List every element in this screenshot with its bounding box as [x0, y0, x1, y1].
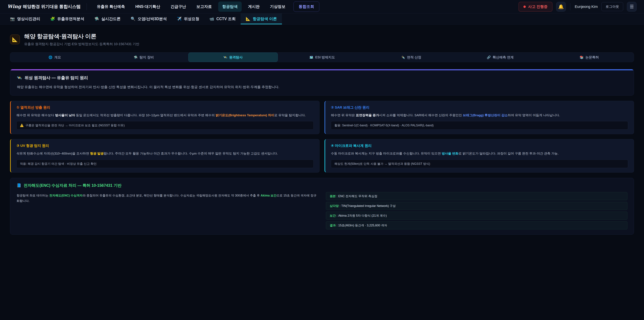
- subtab-aerial-search-theory[interactable]: 📐 항공탐색 이론: [241, 14, 282, 24]
- tab-esi-map[interactable]: 🗺️ ESI 방제지도: [278, 53, 367, 62]
- flying-saucer-icon: 🛸: [94, 17, 99, 21]
- books-icon: 📚: [580, 55, 584, 59]
- card-note: 해상도 한계(50km)로 단독 사용 불가 → 열적외선과 융합 (NGSST…: [331, 160, 628, 168]
- card-thermal-infrared: ① 열적외선 방출 원리 해수면 위 유막은 해수보다 방사율이 낮아 동일 온…: [10, 101, 320, 134]
- nav-item-integrated-search[interactable]: 통합조회: [294, 2, 319, 12]
- camera-icon: 📷: [10, 17, 15, 21]
- topbar-right-cluster: 사고 진행중 🔔 Eunjeong Kim 로그아웃 ☰: [518, 2, 636, 12]
- card-note-text: 활용: Sentinel-1(C-band) · KOMPSAT-5(X-ban…: [334, 123, 434, 127]
- enc-row-tin: 삼각망 : TIN(Triangulated Irregular Network…: [326, 202, 628, 210]
- nav-item-hns-atmosphere[interactable]: HNS·대기확산: [131, 2, 164, 12]
- notification-bell-button[interactable]: 🔔: [556, 2, 566, 12]
- section-inner: 🛰️ 위성 원격탐사 — 유출유 탐지 원리 해양 유출유는 해수면에 유막을 …: [10, 70, 634, 95]
- enc-row-separator: :: [336, 194, 338, 198]
- card-note-text: 구름은 열적외선을 완전 차단 → 마이크로파 보조 필요 (NGSST 융합 …: [25, 123, 124, 127]
- enc-row-interpolation: 보간 : Akima 2차원 5차 다항식 (21개 계수): [326, 212, 628, 220]
- enc-row-separator: :: [339, 204, 341, 208]
- link-icon: 🔗: [487, 55, 491, 59]
- book-icon: 📘: [16, 183, 21, 188]
- page-subtitle: 유출유 원격탐지·항공감시 기법·ESI 방제정보지도·등록특허 10-1567…: [24, 42, 139, 46]
- card-microwave-radiometer: ④ 마이크로파 복사계 원리 수동 마이크로파 복사계는 지구 방출 마이크로파…: [324, 139, 634, 172]
- tab-papers-patents[interactable]: 📚 논문특허: [545, 53, 634, 62]
- bell-icon: 🔔: [558, 4, 564, 10]
- enc-row-text: TIN(Triangulated Irregular Network) 구성: [341, 204, 396, 208]
- satellite-icon: 🛰️: [17, 76, 22, 80]
- tab-detection-equipment[interactable]: 🛸 탐지 장비: [99, 53, 188, 62]
- card-title: ④ 마이크로파 복사계 원리: [331, 143, 628, 148]
- flying-saucer-icon: 🛸: [134, 55, 138, 59]
- subtab-satellite-request[interactable]: ✈️ 위성요청: [172, 14, 204, 24]
- enc-row-separator: :: [336, 224, 338, 227]
- subtab-realtime-drone[interactable]: 🛸 실시간드론: [89, 14, 126, 24]
- map-icon: 🗺️: [310, 55, 314, 59]
- subtab-label: 오염/선박3D분석: [138, 16, 167, 22]
- enc-section-title: 전자해도(ENC) 수심자료 처리 — 특허 10-1567431 기반: [24, 183, 122, 188]
- satellite-icon: 🛰️: [224, 55, 228, 59]
- card-body: 해수면 위 유막은 표면장력을 증가시켜 소파를 억제합니다. SAR에서 해수…: [331, 113, 628, 118]
- puzzle-icon: 🧩: [50, 17, 55, 21]
- card-note-text: 해상도 한계(50km)로 단독 사용 불가 → 열적외선과 융합 (NGSST…: [334, 162, 430, 166]
- enc-bathymetry-section: 📘 전자해도(ENC) 수심자료 처리 — 특허 10-1567431 기반 항…: [10, 178, 634, 235]
- card-uv-fluorescence: ③ UV 형광 탐지 원리 석유계 탄화수소에 자외선(310~400nm)을 …: [10, 139, 320, 172]
- card-title: ② SAR 브래그 산란 원리: [331, 105, 628, 110]
- section-title: 위성 원격탐사 — 유출유 탐지 원리: [24, 75, 88, 81]
- tab-label: 원격탐사: [229, 55, 243, 60]
- subtab-pollution-ship-3d[interactable]: 🔍 오염/선박3D분석: [126, 14, 172, 24]
- enc-row-text: Akima 2차원 5차 다항식 (21개 계수): [338, 214, 387, 217]
- enc-row-separator: :: [336, 214, 338, 217]
- tab-label: ESI 방제지도: [315, 55, 335, 60]
- tab-label: 탐지 장비: [140, 55, 154, 60]
- card-body: 석유계 탄화수소에 자외선(310~400nm)을 조사하면 형광 발광합니다.…: [16, 151, 314, 156]
- globe-icon: 🌐: [48, 55, 52, 59]
- remote-sensing-principle-section: 🛰️ 위성 원격탐사 — 유출유 탐지 원리 해양 유출유는 해수면에 유막을 …: [10, 69, 634, 96]
- tab-remote-sensing[interactable]: 🛰️ 원격탐사: [188, 53, 278, 62]
- enc-body-text: 항공탐색 좌표 데이터는 전자해도(ENC) 수심격자와 중첩되어 유출유의 수…: [16, 192, 318, 204]
- card-note: ⚠️ 구름은 열적외선을 완전 차단 → 마이크로파 보조 필요 (NGSST …: [16, 121, 314, 130]
- enc-row-label: 삼각망: [330, 204, 339, 208]
- video-camera-icon: 📹: [209, 17, 214, 21]
- section-tabs: 🌐 개요 🛸 탐지 장비 🛰️ 원격탐사 🗺️ ESI 방제지도 ✒️ 면적 산…: [10, 52, 634, 62]
- enc-title-row: 📘 전자해도(ENC) 수심자료 처리 — 특허 10-1567431 기반: [16, 183, 628, 188]
- card-note: 적용: 해경 감시 항공기 야간 탐색 · 비정상 유출 신고 확인: [16, 160, 314, 168]
- subtab-oil-area-analysis[interactable]: 🧩 유출유면적분석: [45, 14, 90, 24]
- enc-row-source: 원본 : ENC 전자해도 무작위 측심점: [326, 192, 628, 200]
- nav-item-oil-spill-forecast[interactable]: 유출유 확산예측: [93, 2, 129, 12]
- enc-row-text: ENC 전자해도 무작위 측심점: [338, 194, 377, 198]
- card-body: 해수면 위 유막은 해수보다 방사율이 낮아 동일 온도에서도 적외선 방출량이…: [16, 113, 314, 118]
- card-note-text: 적용: 해경 감시 항공기 야간 탐색 · 비정상 유출 신고 확인: [20, 162, 96, 166]
- card-sar-bragg: ② SAR 브래그 산란 원리 해수면 위 유막은 표면장력을 증가시켜 소파를…: [324, 101, 634, 134]
- triangle-ruler-icon: 📐: [246, 17, 250, 21]
- hamburger-menu-button[interactable]: ☰: [627, 2, 636, 12]
- nav-item-board[interactable]: 게시판: [244, 2, 264, 12]
- enc-row-label: 결과: [330, 224, 336, 227]
- card-note: 활용: Sentinel-1(C-band) · KOMPSAT-5(X-ban…: [331, 121, 628, 130]
- subtab-label: 항공탐색 이론: [253, 16, 277, 22]
- nav-item-emergency-rescue[interactable]: 긴급구난: [166, 2, 190, 12]
- section-body: 해양 유출유는 해수면에 유막을 형성하여 전자기파 반사·방출·산란 특성을 …: [17, 84, 627, 90]
- logout-button[interactable]: 로그아웃: [602, 2, 623, 11]
- principle-cards-grid: ① 열적외선 방출 원리 해수면 위 유막은 해수보다 방사율이 낮아 동일 온…: [10, 101, 634, 172]
- enc-process-rows: 원본 : ENC 전자해도 무작위 측심점 삼각망 : TIN(Triangul…: [326, 192, 628, 229]
- tab-label: 개요: [54, 55, 61, 60]
- user-name: Eunjeong Kim: [575, 5, 598, 9]
- airplane-icon: ✈️: [177, 17, 182, 21]
- tab-area-calculation[interactable]: ✒️ 면적 산정: [366, 53, 456, 62]
- tab-overview[interactable]: 🌐 개요: [10, 53, 99, 62]
- subtab-label: 실시간드론: [101, 16, 120, 22]
- incident-status-badge[interactable]: 사고 진행중: [518, 2, 552, 12]
- subtab-image-photo-management[interactable]: 📷 영상사진관리: [5, 14, 45, 24]
- nav-item-weather-info[interactable]: 기상정보: [266, 2, 290, 12]
- subtab-label: 영상사진관리: [17, 16, 40, 22]
- logo-wing-icon: Wing: [8, 4, 21, 9]
- subtab-cctv-view[interactable]: 📹 CCTV 조회: [204, 14, 241, 24]
- enc-content: 항공탐색 좌표 데이터는 전자해도(ENC) 수심격자와 중첩되어 유출유의 수…: [16, 192, 628, 229]
- page-title-block: 해양 항공탐색·원격탐사 이론 유출유 원격탐지·항공감시 기법·ESI 방제정…: [24, 33, 139, 46]
- nav-item-aerial-search[interactable]: 항공탐색: [218, 2, 242, 12]
- app-title: 해양환경 위기대응 통합시스템: [23, 4, 81, 10]
- pen-icon: ✒️: [401, 55, 405, 59]
- warning-icon: ⚠️: [20, 124, 24, 127]
- tab-diffusion-forecast-link[interactable]: 🔗 확산예측 연계: [456, 53, 545, 62]
- page-title: 해양 항공탐색·원격탐사 이론: [24, 33, 139, 40]
- nav-item-reports[interactable]: 보고자료: [192, 2, 216, 12]
- app-logo[interactable]: Wing 해양환경 위기대응 통합시스템: [8, 4, 80, 10]
